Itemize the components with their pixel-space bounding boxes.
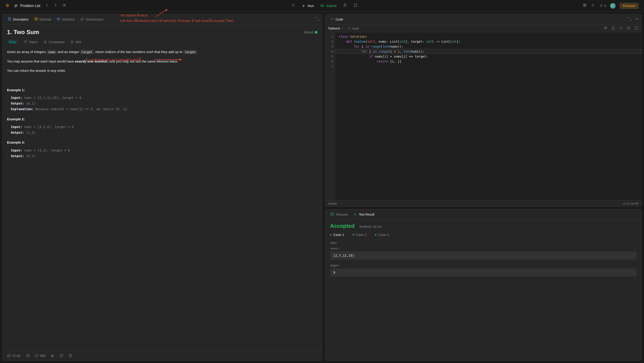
share-icon xyxy=(59,354,64,358)
share-button[interactable] xyxy=(59,354,64,358)
lightbulb-icon xyxy=(70,40,74,44)
companies-button[interactable]: Companies xyxy=(43,40,65,44)
editorial-icon xyxy=(34,17,38,22)
code-icon xyxy=(330,17,334,22)
problem-title: 1. Two Sum xyxy=(7,29,39,36)
reset-icon[interactable] xyxy=(627,26,631,31)
auto-button[interactable]: Auto xyxy=(348,27,359,30)
result-tabs: Testcase Test Result xyxy=(325,209,642,220)
tab-editorial-label: Editorial xyxy=(40,18,51,21)
cursor-position: Ln 4, Col 46 xyxy=(622,202,638,205)
svg-rect-13 xyxy=(331,213,334,215)
tab-solutions[interactable]: Solutions xyxy=(54,16,77,23)
editor-status-bar: Saved Ln 4, Col 46 xyxy=(325,200,642,207)
test-result-tab[interactable]: Test Result xyxy=(351,211,376,218)
code-toolbar: Python3 Auto xyxy=(325,25,642,32)
svg-point-0 xyxy=(293,4,294,6)
description-body: 1. Two Sum Solved Easy Topics Companies xyxy=(2,25,322,351)
testcase-tab[interactable]: Testcase xyxy=(328,211,350,218)
difficulty-badge: Easy xyxy=(7,40,18,44)
var-nums-value: [2,7,11,15] xyxy=(330,251,636,260)
cloud-upload-icon xyxy=(320,4,324,8)
description-icon xyxy=(8,17,12,22)
solved-dot-icon xyxy=(315,31,318,34)
topics-button[interactable]: Topics xyxy=(24,40,38,44)
problem-list-label: Problem List xyxy=(20,4,40,8)
bookmark-icon[interactable] xyxy=(611,26,615,31)
star-button[interactable] xyxy=(50,354,54,358)
solved-badge: Solved xyxy=(304,31,318,34)
var-target-value: 9 xyxy=(330,268,636,276)
tab-submissions-label: Submissions xyxy=(86,18,103,21)
run-label: Run xyxy=(308,4,314,8)
comment-icon xyxy=(35,354,39,358)
help-button[interactable] xyxy=(68,354,72,358)
like-button[interactable]: 57.6K xyxy=(7,354,21,358)
expand-icon[interactable] xyxy=(628,17,632,22)
dashboard-icon[interactable] xyxy=(582,3,587,8)
settings-icon[interactable] xyxy=(591,3,595,8)
svg-rect-3 xyxy=(583,4,584,5)
flame-icon xyxy=(599,4,603,8)
gutter: 1234567 xyxy=(325,32,336,200)
problem-list-button[interactable]: Problem List xyxy=(14,4,40,8)
braces-icon[interactable] xyxy=(619,26,623,31)
code-panel-header: Code xyxy=(325,14,642,25)
example-1-title: Example 1: xyxy=(7,87,318,93)
avatar[interactable] xyxy=(610,3,616,9)
result-body: Accepted Runtime: 33 ms Case 1 Case 2 Ca… xyxy=(325,220,642,284)
dislike-button[interactable] xyxy=(26,354,30,358)
help-icon xyxy=(68,354,72,358)
tab-solutions-label: Solutions xyxy=(62,18,75,21)
tab-description[interactable]: Description xyxy=(5,16,31,23)
tab-submissions[interactable]: Submissions xyxy=(78,16,106,23)
streak-indicator[interactable]: 0 xyxy=(599,4,606,8)
like-count: 57.6K xyxy=(12,354,21,357)
case-3[interactable]: Case 3 xyxy=(375,233,389,237)
maximize-left-icon[interactable] xyxy=(315,17,319,22)
code-editor[interactable]: 1234567 class Solution: def twoSum(self,… xyxy=(325,32,642,200)
example-3-title: Example 3: xyxy=(7,140,318,145)
var-target-label: target = xyxy=(330,264,636,267)
thumbs-up-icon xyxy=(7,354,11,358)
check-icon xyxy=(330,212,334,217)
companies-label: Companies xyxy=(49,40,65,44)
topbar: Problem List Run Submit xyxy=(0,0,644,12)
code-tab[interactable]: Code xyxy=(328,16,345,23)
language-select[interactable]: Python3 xyxy=(328,27,344,30)
chevron-up-icon[interactable] xyxy=(635,17,639,22)
description-panel: Description Editorial Solutions xyxy=(2,14,322,361)
list-icon xyxy=(14,4,18,8)
prev-problem-button[interactable] xyxy=(45,3,49,8)
run-button[interactable]: Run xyxy=(302,4,314,8)
code-area[interactable]: class Solution: def twoSum(self, nums: L… xyxy=(336,32,642,200)
example-1: Input: nums = [2,7,11,15], target = 9 Ou… xyxy=(7,95,318,112)
debug-icon[interactable] xyxy=(291,3,295,8)
code-tab-label: Code xyxy=(336,18,343,21)
notes-icon[interactable] xyxy=(353,3,358,8)
leetcode-logo[interactable] xyxy=(6,3,10,9)
case-2[interactable]: Case 2 xyxy=(353,233,367,237)
timer-icon[interactable] xyxy=(343,3,347,8)
shuffle-button[interactable] xyxy=(62,3,66,8)
comments-button[interactable]: 958 xyxy=(35,354,45,358)
input-label: Input xyxy=(330,241,636,244)
tab-editorial[interactable]: Editorial xyxy=(32,16,53,23)
svg-rect-10 xyxy=(44,42,46,43)
next-problem-button[interactable] xyxy=(54,3,58,8)
premium-button[interactable]: Premium xyxy=(620,3,638,9)
case-1[interactable]: Case 1 xyxy=(330,233,344,237)
premium-label: Premium xyxy=(623,4,636,8)
auto-label: Auto xyxy=(352,27,359,30)
fullscreen-icon[interactable] xyxy=(634,26,638,31)
submit-button[interactable]: Submit xyxy=(320,4,337,8)
var-nums-label: nums = xyxy=(330,247,636,250)
problem-description: Given an array of integers nums and an i… xyxy=(7,49,318,159)
hint-button[interactable]: Hint xyxy=(70,40,81,44)
example-3: Input: nums = [3,3], target = 6 Output: … xyxy=(7,148,318,159)
svg-rect-12 xyxy=(349,28,350,29)
play-icon xyxy=(302,4,306,8)
code-panel: Code Python3 Auto xyxy=(325,14,642,207)
format-icon[interactable] xyxy=(604,26,608,31)
terminal-icon xyxy=(353,212,358,217)
